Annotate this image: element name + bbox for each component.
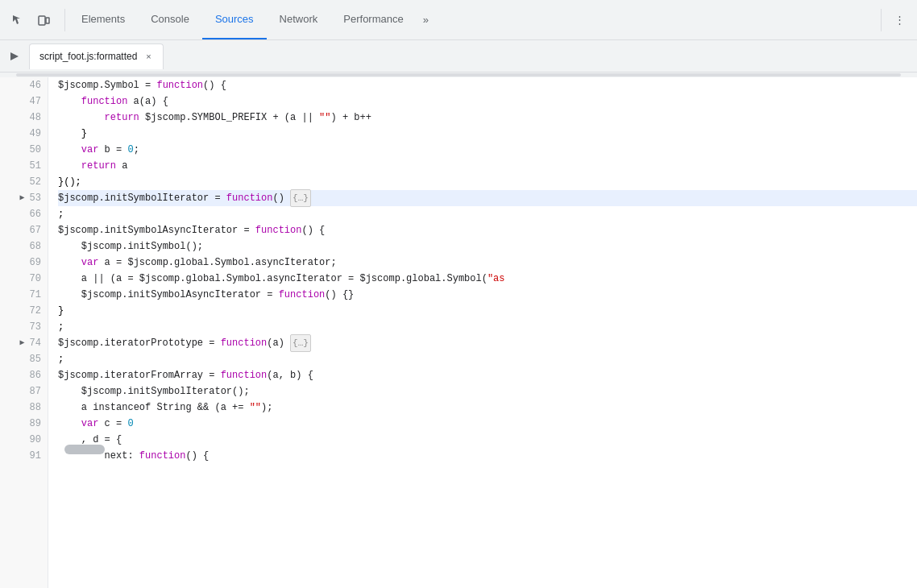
code-line-91: next: function() { [58,448,917,464]
ln-67: 67 [6,222,41,238]
code-line-90: , d = { [58,432,917,448]
tab-network[interactable]: Network [267,0,331,39]
code-line-51: return a [58,158,917,174]
ln-89: 89 [6,416,41,432]
code-line-48: return $jscomp.SYMBOL_PREFIX + (a || "")… [58,110,917,126]
ln-53: ▶53 [6,190,41,206]
ln-51: 51 [6,158,41,174]
code-line-74: $jscomp.iteratorPrototype = function(a) … [58,335,917,351]
ln-70: 70 [6,271,41,287]
tab-performance[interactable]: Performance [330,0,416,39]
code-line-88: a instanceof String && (a += ""); [58,400,917,416]
code-line-46: $jscomp.Symbol = function() { [58,77,917,93]
code-line-52: }(); [58,174,917,190]
code-line-85: ; [58,351,917,367]
ln-49: 49 [6,126,41,142]
code-line-87: $jscomp.initSymbolIterator(); [58,383,917,400]
code-line-73: ; [58,319,917,335]
code-line-49: } [58,126,917,142]
file-panel-toggle[interactable] [3,45,26,68]
file-tab-script-foot[interactable]: script_foot.js:formatted × [29,43,164,69]
code-line-69: var a = $jscomp.global.Symbol.asyncItera… [58,255,917,271]
tab-sources[interactable]: Sources [202,0,267,39]
collapse-arrow-74[interactable]: ▶ [19,335,27,351]
ln-50: 50 [6,142,41,158]
ln-74: ▶74 [6,335,41,351]
code-line-68: $jscomp.initSymbol(); [58,238,917,255]
ln-91: 91 [6,448,41,464]
code-line-71: $jscomp.initSymbolAsyncIterator = functi… [58,287,917,303]
code-line-50: var b = 0; [58,142,917,158]
code-line-70: a || (a = $jscomp.global.Symbol.asyncIte… [58,271,917,287]
ln-87: 87 [6,383,41,400]
ln-85: 85 [6,351,41,367]
inspect-element-button[interactable] [6,9,29,31]
code-line-72: } [58,303,917,319]
ln-72: 72 [6,303,41,319]
ln-88: 88 [6,400,41,416]
code-line-66: ; [58,206,917,222]
svg-rect-1 [46,18,49,23]
toolbar-right: ⋮ [881,9,911,31]
file-tab-name: script_foot.js:formatted [39,51,137,62]
ln-68: 68 [6,238,41,255]
tab-overflow-button[interactable]: » [417,0,435,39]
ln-71: 71 [6,287,41,303]
file-tab-bar: script_foot.js:formatted × [0,40,917,72]
ln-69: 69 [6,255,41,271]
more-options-button[interactable]: ⋮ [888,9,911,31]
ln-66: 66 [6,206,41,222]
nav-tabs: Elements Console Sources Network Perform… [68,0,881,39]
ln-52: 52 [6,174,41,190]
tab-console[interactable]: Console [138,0,202,39]
file-tab-close-button[interactable]: × [142,50,155,63]
ln-86: 86 [6,367,41,383]
code-container: 46 47 48 49 50 51 52 ▶53 66 67 68 69 70 … [0,77,917,588]
toolbar-icons [6,9,65,31]
code-line-47: function a(a) { [58,93,917,110]
ln-48: 48 [6,110,41,126]
code-line-67: $jscomp.initSymbolAsyncIterator = functi… [58,222,917,238]
ln-90: 90 [6,432,41,448]
ln-46: 46 [6,77,41,93]
scroll-hint [0,72,917,77]
tab-elements[interactable]: Elements [68,0,138,39]
code-line-86: $jscomp.iteratorFromArray = function(a, … [58,367,917,383]
ln-73: 73 [6,319,41,335]
devtools-toolbar: Elements Console Sources Network Perform… [0,0,917,40]
code-line-53: $jscomp.initSymbolIterator = function() … [58,190,917,206]
svg-marker-2 [10,52,19,60]
code-line-89: var c = 0 [58,416,917,432]
collapse-arrow-53[interactable]: ▶ [19,190,27,206]
svg-rect-0 [39,16,45,25]
code-lines: $jscomp.Symbol = function() { function a… [48,77,917,588]
main-code-area: 46 47 48 49 50 51 52 ▶53 66 67 68 69 70 … [0,77,917,588]
scroll-hint-bar [16,73,901,77]
ln-47: 47 [6,93,41,110]
device-toolbar-button[interactable] [32,9,55,31]
line-numbers: 46 47 48 49 50 51 52 ▶53 66 67 68 69 70 … [0,77,48,588]
